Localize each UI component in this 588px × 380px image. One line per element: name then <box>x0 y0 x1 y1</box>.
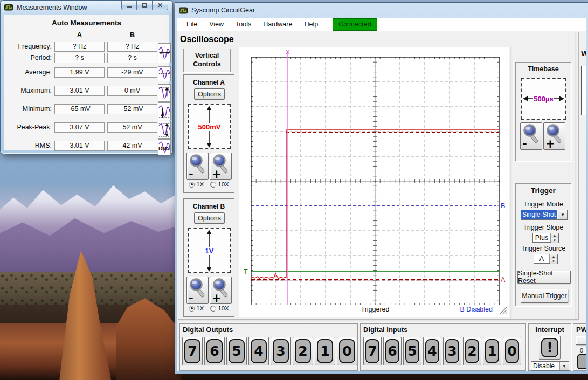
measurement-value-b: ? Hz <box>107 42 157 52</box>
radio-selected-icon <box>189 306 195 312</box>
spinner-arrows[interactable]: ▲▼ <box>549 254 557 263</box>
digital-output-bit-6[interactable]: 6 <box>204 337 225 365</box>
interrupt-button[interactable]: ! <box>539 336 561 360</box>
resize-grip[interactable] <box>499 306 508 315</box>
measurement-label: Peak-Peak: <box>4 122 52 133</box>
minus-icon: - <box>522 137 527 150</box>
measurements-window-title: Measurements Window <box>17 4 87 11</box>
digital-output-bit-4[interactable]: 4 <box>248 337 269 365</box>
digital-input-bit-1[interactable]: 1 <box>483 337 501 365</box>
digital-output-bit-2[interactable]: 2 <box>293 337 313 365</box>
measurement-value-b: 52 mV <box>107 122 157 133</box>
channel-b-probe-10x-radio[interactable]: 10X <box>210 305 229 312</box>
measurement-value-a: 3.01 V <box>54 141 105 151</box>
digital-output-bit-7[interactable]: 7 <box>182 337 203 365</box>
bit-label: 6 <box>385 339 399 363</box>
channel-a-probe-1x-radio[interactable]: 1X <box>189 181 204 188</box>
digital-input-bit-2[interactable]: 2 <box>463 337 481 365</box>
channel-a-zoom-out-button[interactable]: - <box>186 153 209 180</box>
digital-input-bit-4[interactable]: 4 <box>423 337 441 365</box>
channel-b-options-button[interactable]: Options <box>194 212 225 224</box>
rms-icon: RMS <box>158 139 171 155</box>
trigger-slope-spinbox[interactable]: Plus ▲▼ <box>532 233 559 243</box>
pane-sash[interactable] <box>178 319 579 323</box>
measurement-value-b: 42 mV <box>107 141 157 151</box>
channel-b-zoom-out-button[interactable]: - <box>186 277 209 304</box>
average-icon <box>158 66 171 81</box>
channel-a-options-button[interactable]: Options <box>194 88 225 100</box>
chevron-down-icon[interactable]: ▼ <box>559 362 569 370</box>
minimize-icon <box>127 6 132 8</box>
digital-output-bit-1[interactable]: 1 <box>315 337 335 365</box>
arrow-down-icon: ▼ <box>551 238 558 243</box>
main-titlebar[interactable]: Syscomp CircuitGear <box>175 3 588 17</box>
column-header-a: A <box>54 31 105 39</box>
single-shot-reset-button[interactable]: Single-Shot Reset <box>517 271 571 284</box>
measurement-value-a: ? Hz <box>54 42 105 52</box>
frequency-period-icon <box>158 43 171 63</box>
digital-input-bit-0[interactable]: 0 <box>503 337 521 365</box>
bit-label: 1 <box>485 339 499 363</box>
spinner-arrows[interactable]: ▲▼ <box>550 233 558 242</box>
minimize-button[interactable] <box>121 1 137 10</box>
digital-output-bit-0[interactable]: 0 <box>337 337 357 365</box>
radio-icon <box>210 306 216 312</box>
menu-file[interactable]: File <box>181 18 203 30</box>
menu-hardware[interactable]: Hardware <box>257 18 298 30</box>
digital-input-bit-6[interactable]: 6 <box>383 337 402 365</box>
menu-view[interactable]: View <box>203 18 230 30</box>
channel-a-label: Channel A <box>184 79 234 86</box>
digital-input-bit-3[interactable]: 3 <box>443 337 461 365</box>
digital-input-bit-7[interactable]: 7 <box>363 337 382 365</box>
exclamation-icon: ! <box>541 338 558 357</box>
plus-icon: + <box>212 168 222 181</box>
manual-trigger-button[interactable]: Manual Trigger <box>521 289 568 303</box>
channel-b-probe-radios: 1X 10X <box>184 305 234 312</box>
measurement-value-a: 3.01 V <box>54 86 105 96</box>
pane-sash[interactable] <box>510 47 514 319</box>
chevron-down-icon[interactable]: ▼ <box>558 210 567 219</box>
measurement-value-a: ? s <box>54 53 105 63</box>
scope-display[interactable]: XTAB Triggered B Disabled <box>239 47 509 317</box>
digital-input-bit-5[interactable]: 5 <box>403 337 421 365</box>
trigger-mode-select[interactable]: Single-Shot ▼ <box>521 210 568 220</box>
maximize-icon <box>142 3 147 8</box>
channel-a-group: Channel A Options 500mV -+ 1X 10X <box>183 74 234 193</box>
digital-output-bit-3[interactable]: 3 <box>271 337 291 365</box>
close-button[interactable]: ✕ <box>153 1 168 10</box>
menu-tools[interactable]: Tools <box>230 18 257 30</box>
channel-a-sensitivity-box[interactable]: 500mV <box>188 104 231 149</box>
maximize-button[interactable] <box>137 1 153 10</box>
arrow-up-icon: ▲ <box>550 254 557 259</box>
pane-sash[interactable] <box>575 32 579 319</box>
pwm-bit-button[interactable] <box>577 354 586 369</box>
channel-b-sensitivity-box[interactable]: 1V <box>188 228 231 273</box>
scope-plot[interactable]: XTAB <box>239 47 509 305</box>
menu-help[interactable]: Help <box>298 18 324 30</box>
channel-a-zoom-in-button[interactable]: + <box>210 153 232 180</box>
pwm-button[interactable] <box>576 336 586 345</box>
digital-outputs-panel: Digital Outputs 76543210 <box>179 323 358 371</box>
column-header-b: B <box>107 31 157 39</box>
auto-measurements-heading: Auto Measurements <box>4 19 169 27</box>
channel-b-probe-1x-radio[interactable]: 1X <box>189 305 204 312</box>
channel-b-sensitivity-value: 1V <box>204 247 216 255</box>
timebase-range-box[interactable]: 500µs <box>521 78 566 120</box>
trigger-source-spinbox[interactable]: A ▲▼ <box>534 254 558 264</box>
measurement-value-b: -29 mV <box>107 67 157 78</box>
circuitgear-window: Syscomp CircuitGear File View Tools Hard… <box>175 3 588 374</box>
minus-icon: - <box>189 168 193 181</box>
measurements-titlebar[interactable]: Measurements Window ✕ <box>1 1 172 14</box>
channel-a-probe-10x-radio[interactable]: 10X <box>210 181 229 188</box>
channel-b-zoom-in-button[interactable]: + <box>210 277 232 304</box>
trigger-slope-label: Trigger Slope <box>516 224 571 231</box>
timebase-zoom-out-button[interactable]: - <box>520 122 542 150</box>
svg-text:X: X <box>286 49 290 56</box>
digital-output-bit-5[interactable]: 5 <box>226 337 247 365</box>
interrupt-mode-select[interactable]: Disable ▼ <box>531 361 569 371</box>
timebase-title: Timebase <box>516 65 571 73</box>
interrupt-mode-value: Disable <box>531 362 556 370</box>
minimum-icon <box>158 102 171 120</box>
trigger-slope-value: Plus <box>533 233 550 242</box>
timebase-zoom-in-button[interactable]: + <box>543 122 565 150</box>
